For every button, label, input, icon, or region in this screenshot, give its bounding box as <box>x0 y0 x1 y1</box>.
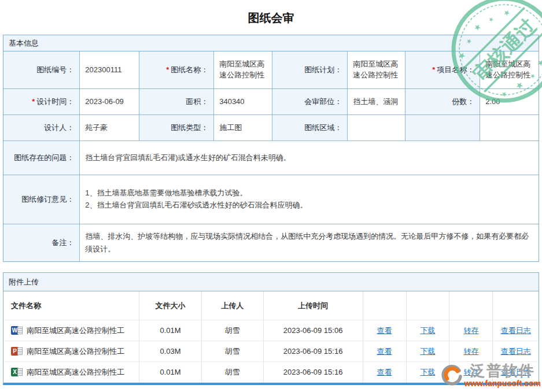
view-log-link[interactable]: 查看日志 <box>501 346 531 357</box>
file-uploader: 胡雪 <box>202 320 263 341</box>
col-header-file-name: 文件名称 <box>3 291 139 320</box>
action-cell: 下载 <box>407 320 450 341</box>
drawing-type-value: 施工图 <box>214 115 271 140</box>
drawing-plan-label-text: 图纸计划： <box>304 65 342 76</box>
basic-info-grid: 图纸编号： 202300111 *图纸名称： 南阳至城区高速公路控制性 图纸计划… <box>3 51 539 261</box>
required-marker: * <box>166 65 169 76</box>
word-file-icon: W <box>11 326 23 335</box>
drawing-type-label: 图纸类型： <box>139 115 214 140</box>
drawing-plan-value: 南阳至城区高速公路控制性 <box>348 51 405 88</box>
col-header-uploader: 上传人 <box>202 291 263 320</box>
design-date-label-text: 设计时间： <box>36 97 74 108</box>
page-title: 图纸会审 <box>0 10 542 25</box>
col-header-action-1 <box>363 291 407 320</box>
action-cell: 查看 <box>363 341 407 362</box>
view-link[interactable]: 查看 <box>377 367 392 378</box>
action-cell: 下载 <box>407 341 450 362</box>
remark-label: 备注： <box>3 224 79 261</box>
design-date-value: 2023-06-09 <box>80 89 138 114</box>
review-part-label: 会审部位： <box>272 89 348 114</box>
view-log-link[interactable]: 查看日志 <box>501 367 531 378</box>
file-upload-time: 2023-06-09 15:16 <box>264 341 363 362</box>
attachments-section-header: 附件上传 <box>3 273 539 291</box>
copies-value: 2.00 <box>480 89 539 114</box>
attachments-table: 文件名称 文件大小 上传人 上传时间 W 南阳至城区高速公路控制性工 0.01M… <box>3 291 539 383</box>
view-link[interactable]: 查看 <box>377 326 392 336</box>
action-cell: 下载 <box>407 362 450 383</box>
design-date-label: *设计时间： <box>3 89 79 114</box>
view-link[interactable]: 查看 <box>377 346 392 357</box>
drawing-type-label-text: 图纸类型： <box>171 123 208 134</box>
drawing-name-value: 南阳至城区高速公路控制性 <box>214 51 271 88</box>
area-value: 340340 <box>214 89 271 114</box>
remark-label-text: 备注： <box>51 238 74 249</box>
problems-label-text: 图纸存在的问题： <box>14 153 74 164</box>
table-row-file-name: W 南阳至城区高速公路控制性工 <box>3 320 139 341</box>
file-upload-time: 2023-06-09 15:06 <box>264 320 363 341</box>
drawing-no-value: 202300111 <box>80 51 138 88</box>
revision-opinion-line2: 2、挡土墙台背宜回填乱毛石灌砂或透水性好的砂石混合料应明确。 <box>85 199 307 212</box>
designer-label-text: 设计人： <box>44 123 74 134</box>
transfer-link[interactable]: 转存 <box>463 326 478 336</box>
file-upload-time: 2023-06-09 15:16 <box>264 362 363 383</box>
table-row-file-name: P 南阳至城区高速公路控制性工 <box>3 341 139 362</box>
review-part-value: 挡土墙、涵洞 <box>348 89 405 114</box>
col-header-action-2 <box>407 291 450 320</box>
view-log-link[interactable]: 查看日志 <box>501 326 531 336</box>
drawing-plan-label: 图纸计划： <box>272 51 348 88</box>
project-name-label: *项目名称： <box>405 51 480 88</box>
col-header-action-3 <box>449 291 493 320</box>
file-uploader: 胡雪 <box>202 341 263 362</box>
drawing-region-value <box>348 115 405 140</box>
revision-opinion-line1: 1、挡土墙基底地基需要做地基验槽承载力试验。 <box>85 187 247 199</box>
required-marker: * <box>32 97 35 108</box>
drawing-name-label: *图纸名称： <box>139 51 214 88</box>
designer-value: 苑子豪 <box>80 115 138 140</box>
file-page-icon <box>17 347 23 355</box>
transfer-link[interactable]: 转存 <box>463 346 478 357</box>
col-header-action-4 <box>493 291 539 320</box>
col-header-upload-time: 上传时间 <box>264 291 363 320</box>
download-link[interactable]: 下载 <box>420 326 435 336</box>
transfer-link[interactable]: 转存 <box>463 367 478 378</box>
empty-value-cell <box>480 115 539 140</box>
action-cell: 查看日志 <box>493 341 539 362</box>
file-page-icon <box>17 368 23 376</box>
action-cell: 转存 <box>449 320 493 341</box>
action-cell: 查看日志 <box>493 320 539 341</box>
problems-value: 挡土墙台背宜回填乱毛石灌)或通水生好的矿石混合料未明确。 <box>80 141 539 175</box>
revision-opinion-label: 图纸修订意见： <box>3 175 79 224</box>
file-size: 0.01M <box>139 362 202 383</box>
problems-label: 图纸存在的问题： <box>3 141 79 175</box>
attachments-section: 附件上传 文件名称 文件大小 上传人 上传时间 W 南阳至城区高速公路控制性工 … <box>3 272 539 385</box>
file-name-text: 南阳至城区高速公路控制性工 <box>27 326 124 336</box>
project-name-value: 南阳至城区高速公路控制性 <box>480 51 539 88</box>
drawing-no-label: 图纸编号： <box>3 51 79 88</box>
empty-label-cell <box>405 115 480 140</box>
drawing-no-label-text: 图纸编号： <box>36 65 74 76</box>
drawing-region-label-text: 图纸区域： <box>304 123 342 134</box>
revision-opinion-label-text: 图纸修订意见： <box>21 194 74 205</box>
col-header-file-size: 文件大小 <box>139 291 202 320</box>
download-link[interactable]: 下载 <box>420 367 435 378</box>
download-link[interactable]: 下载 <box>420 346 435 357</box>
drawing-region-label: 图纸区域： <box>272 115 348 140</box>
action-cell: 查看日志 <box>493 362 539 383</box>
copies-label-text: 份数： <box>452 97 474 108</box>
file-uploader: 胡雪 <box>202 362 263 383</box>
action-cell: 转存 <box>449 341 493 362</box>
basic-info-section: 基本信息 图纸编号： 202300111 *图纸名称： 南阳至城区高速公路控制性… <box>3 35 539 262</box>
file-name-text: 南阳至城区高速公路控制性工 <box>27 346 124 357</box>
action-cell: 查看 <box>363 320 407 341</box>
required-marker: * <box>432 65 435 76</box>
drawing-name-label-text: 图纸名称： <box>171 65 208 76</box>
area-label: 面积： <box>139 89 214 114</box>
powerpoint-file-icon: P <box>11 347 23 356</box>
file-size: 0.03M <box>139 341 202 362</box>
excel-file-icon: X <box>11 368 23 376</box>
revision-opinion-value: 1、挡土墙基底地基需要做地基验槽承载力试验。 2、挡土墙台背宜回填乱毛石灌砂或透… <box>80 175 539 224</box>
copies-label: 份数： <box>405 89 480 114</box>
file-name-text: 南阳至城区高速公路控制性工 <box>27 367 124 378</box>
action-cell: 查看 <box>363 362 407 383</box>
remark-value: 挡墙、排水沟、护坡等结构物，应与现场实际情况相结合，从图纸中充分考虑现场遇到的情… <box>80 224 539 261</box>
